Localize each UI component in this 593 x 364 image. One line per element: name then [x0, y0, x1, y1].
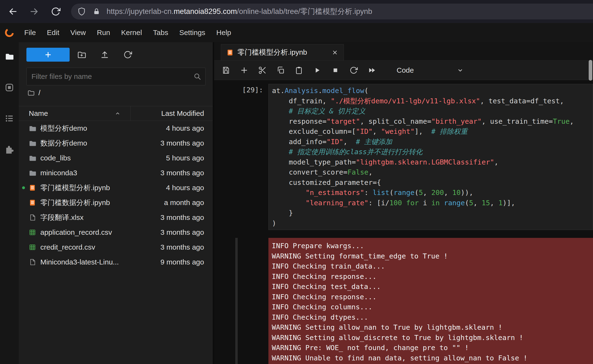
cell-type-select[interactable]: Code — [397, 66, 464, 74]
paste-cells-button[interactable] — [293, 65, 304, 76]
new-folder-button[interactable] — [75, 48, 88, 61]
output-collapser[interactable] — [235, 238, 238, 364]
cell-output-stderr: INFO Prepare kwargs...WARNING Setting fo… — [268, 238, 593, 364]
restart-kernel-button[interactable] — [348, 65, 359, 76]
column-header-modified[interactable]: Last Modified — [130, 106, 213, 121]
menu-run[interactable]: Run — [92, 23, 116, 42]
stop-icon — [331, 66, 340, 75]
forward-icon — [29, 6, 39, 17]
file-modified: 3 months ago — [160, 139, 213, 147]
file-icon — [29, 259, 36, 266]
csv-icon-wrap — [28, 243, 36, 251]
code-line: convert_score=False, — [272, 167, 593, 177]
back-icon — [8, 6, 18, 17]
output-line: WARNING Setting allow_discrete to True b… — [272, 333, 593, 343]
refresh-icon — [123, 50, 132, 59]
output-line: INFO Prepare kwargs... — [272, 241, 593, 251]
sidebar-tab-toc[interactable] — [4, 113, 15, 124]
file-modified: 3 months ago — [160, 243, 213, 251]
code-line: customized_parameter={ — [272, 177, 593, 188]
url-domain: metanoia8295.com — [173, 7, 237, 16]
paste-icon — [295, 66, 303, 75]
menu-kernel[interactable]: Kernel — [116, 23, 148, 42]
breadcrumb-root[interactable]: / — [38, 89, 40, 97]
url-path: /online-lab/lab/tree/零门槛模型分析.ipynb — [237, 7, 372, 16]
file-row[interactable]: 零门槛数据分析.ipynba month ago — [19, 195, 213, 210]
filter-files-input[interactable] — [27, 68, 206, 85]
output-line: INFO Checking test_data... — [272, 281, 593, 292]
notebook-icon — [29, 199, 36, 206]
menu-file[interactable]: File — [19, 23, 41, 42]
insert-cell-button[interactable] — [239, 65, 250, 76]
notebook-icon — [29, 184, 36, 191]
file-row[interactable]: 数据分析demo3 months ago — [19, 136, 213, 151]
running-indicator — [22, 142, 25, 145]
browser-window: https://jupyterlab-cn.metanoia8295.com/o… — [0, 0, 593, 364]
scrollbar-thumb[interactable] — [589, 60, 592, 81]
menu-settings[interactable]: Settings — [174, 23, 211, 42]
lock-icon[interactable] — [93, 8, 100, 15]
running-indicator — [22, 216, 25, 219]
sidebar-tab-running[interactable] — [4, 82, 15, 93]
file-row[interactable]: credit_record.csv3 months ago — [19, 240, 213, 255]
upload-button[interactable] — [98, 48, 111, 61]
new-launcher-button[interactable]: + — [27, 48, 70, 62]
jupyter-logo-icon — [4, 27, 15, 38]
address-bar[interactable]: https://jupyterlab-cn.metanoia8295.com/o… — [71, 4, 593, 20]
file-icon-wrap — [28, 213, 36, 221]
run-cell-button[interactable] — [312, 65, 323, 76]
folder-icon-wrap — [28, 124, 36, 132]
column-header-name[interactable]: Name — [19, 106, 130, 121]
sidebar-tab-filebrowser[interactable] — [4, 51, 15, 62]
reload-button[interactable] — [49, 5, 62, 18]
file-row[interactable]: Miniconda3-latest-Linu...9 months ago — [19, 255, 213, 270]
output-line: WARNING Unable to find nan data, setting… — [272, 353, 593, 363]
sidebar-tab-extensions[interactable] — [4, 144, 15, 155]
code-editor[interactable]: at.Analysis.model_flow( df_train, "./模型分… — [268, 84, 593, 230]
code-line: # 目标定义 & 切片定义 — [272, 106, 593, 116]
running-indicator — [22, 231, 25, 234]
notebook-scroll-area[interactable]: [29]: at.Analysis.model_flow( df_train, … — [214, 80, 593, 364]
file-name: 字段翻译.xlsx — [40, 213, 160, 222]
save-button[interactable] — [220, 65, 231, 76]
file-row[interactable]: 模型分析demo4 hours ago — [19, 121, 213, 136]
menu-help[interactable]: Help — [211, 23, 237, 42]
cell-type-value: Code — [397, 66, 414, 74]
menu-tabs[interactable]: Tabs — [147, 23, 173, 42]
file-row[interactable]: 字段翻译.xlsx3 months ago — [19, 210, 213, 225]
output-line: WARNING Setting allow_nan to True by lig… — [272, 322, 593, 333]
notebook-tab[interactable]: 零门槛模型分析.ipynb — [221, 44, 344, 60]
restart-run-all-button[interactable] — [366, 65, 377, 76]
file-row[interactable]: code_libs5 hours ago — [19, 151, 213, 165]
cut-cells-button[interactable] — [257, 65, 268, 76]
tab-close-button[interactable] — [332, 49, 338, 56]
running-indicator — [22, 127, 25, 130]
back-button[interactable] — [6, 5, 20, 18]
refresh-button[interactable] — [121, 48, 134, 61]
forward-button[interactable] — [27, 5, 41, 18]
name-header-label: Name — [29, 109, 48, 117]
fast-forward-icon — [367, 66, 376, 75]
filter-files — [27, 68, 206, 85]
code-line: "learning_rate": [i/100 for i in range(5… — [272, 198, 593, 208]
file-row[interactable]: application_record.csv3 months ago — [19, 225, 213, 240]
folder-icon — [5, 52, 14, 61]
menu-edit[interactable]: Edit — [41, 23, 65, 42]
jupyter-menubar: FileEditViewRunKernelTabsSettingsHelp — [0, 23, 593, 42]
file-name: 零门槛模型分析.ipynb — [40, 183, 166, 193]
menu-view[interactable]: View — [65, 23, 91, 42]
code-line: response="target", split_col_name="birth… — [272, 116, 593, 127]
jupyter-logo — [0, 23, 19, 42]
running-indicator — [22, 156, 25, 159]
breadcrumb[interactable]: / — [19, 85, 213, 100]
file-name: Miniconda3-latest-Linu... — [40, 258, 160, 266]
copy-icon — [276, 66, 285, 75]
file-row[interactable]: 零门槛模型分析.ipynb4 hours ago — [19, 180, 213, 195]
interrupt-kernel-button[interactable] — [330, 65, 341, 76]
tracking-shield-icon[interactable] — [77, 7, 86, 16]
search-icon — [193, 72, 202, 81]
code-cell[interactable]: [29]: at.Analysis.model_flow( df_train, … — [214, 84, 593, 230]
copy-cells-button[interactable] — [275, 65, 286, 76]
file-row[interactable]: miniconda33 months ago — [19, 165, 213, 180]
folder-icon — [29, 154, 36, 162]
